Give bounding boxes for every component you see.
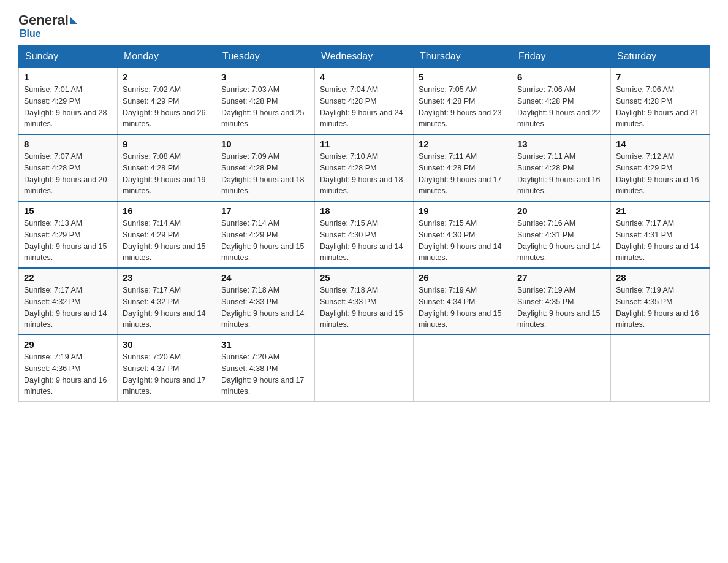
day-info: Sunrise: 7:08 AM Sunset: 4:28 PM Dayligh… — [123, 151, 211, 197]
sunrise-time: Sunrise: 7:09 AM — [221, 152, 279, 161]
calendar-cell: 12 Sunrise: 7:11 AM Sunset: 4:28 PM Dayl… — [414, 134, 512, 201]
daylight-duration: Daylight: 9 hours and 25 minutes. — [221, 109, 305, 129]
day-number: 30 — [123, 339, 211, 350]
calendar-cell: 1 Sunrise: 7:01 AM Sunset: 4:29 PM Dayli… — [19, 67, 118, 134]
day-info: Sunrise: 7:20 AM Sunset: 4:37 PM Dayligh… — [123, 351, 211, 397]
weekday-header-sunday: Sunday — [19, 46, 118, 68]
calendar-cell: 18 Sunrise: 7:15 AM Sunset: 4:30 PM Dayl… — [315, 201, 414, 268]
daylight-duration: Daylight: 9 hours and 22 minutes. — [517, 109, 601, 129]
sunset-time: Sunset: 4:35 PM — [616, 297, 672, 306]
sunset-time: Sunset: 4:36 PM — [24, 364, 80, 373]
sunrise-time: Sunrise: 7:08 AM — [123, 152, 181, 161]
calendar-cell: 28 Sunrise: 7:19 AM Sunset: 4:35 PM Dayl… — [611, 268, 710, 335]
calendar-cell: 25 Sunrise: 7:18 AM Sunset: 4:33 PM Dayl… — [315, 268, 414, 335]
day-info: Sunrise: 7:09 AM Sunset: 4:28 PM Dayligh… — [221, 151, 309, 197]
calendar-cell: 4 Sunrise: 7:04 AM Sunset: 4:28 PM Dayli… — [315, 67, 414, 134]
sunset-time: Sunset: 4:34 PM — [419, 297, 475, 306]
sunrise-time: Sunrise: 7:14 AM — [221, 219, 279, 228]
day-info: Sunrise: 7:03 AM Sunset: 4:28 PM Dayligh… — [221, 84, 309, 130]
weekday-header-tuesday: Tuesday — [216, 46, 315, 68]
daylight-duration: Daylight: 9 hours and 14 minutes. — [221, 309, 305, 329]
sunrise-time: Sunrise: 7:15 AM — [419, 219, 477, 228]
daylight-duration: Daylight: 9 hours and 26 minutes. — [123, 109, 206, 129]
calendar-cell: 15 Sunrise: 7:13 AM Sunset: 4:29 PM Dayl… — [19, 201, 118, 268]
weekday-header-row: SundayMondayTuesdayWednesdayThursdayFrid… — [19, 46, 710, 68]
calendar-cell: 14 Sunrise: 7:12 AM Sunset: 4:29 PM Dayl… — [611, 134, 710, 201]
calendar-cell: 27 Sunrise: 7:19 AM Sunset: 4:35 PM Dayl… — [512, 268, 611, 335]
calendar-cell: 19 Sunrise: 7:15 AM Sunset: 4:30 PM Dayl… — [414, 201, 512, 268]
day-number: 31 — [221, 339, 309, 350]
sunset-time: Sunset: 4:28 PM — [419, 97, 475, 105]
weekday-header-saturday: Saturday — [611, 46, 710, 68]
daylight-duration: Daylight: 9 hours and 14 minutes. — [616, 242, 699, 262]
calendar-cell: 21 Sunrise: 7:17 AM Sunset: 4:31 PM Dayl… — [611, 201, 710, 268]
calendar-week-1: 1 Sunrise: 7:01 AM Sunset: 4:29 PM Dayli… — [19, 67, 710, 134]
weekday-header-friday: Friday — [512, 46, 611, 68]
day-number: 20 — [517, 205, 605, 216]
day-number: 25 — [320, 272, 408, 283]
calendar-cell: 31 Sunrise: 7:20 AM Sunset: 4:38 PM Dayl… — [216, 335, 315, 402]
sunrise-time: Sunrise: 7:15 AM — [320, 219, 378, 228]
daylight-duration: Daylight: 9 hours and 19 minutes. — [123, 175, 206, 196]
sunrise-time: Sunrise: 7:17 AM — [123, 286, 181, 294]
sunrise-time: Sunrise: 7:02 AM — [123, 85, 181, 94]
logo-arrow-icon — [70, 17, 77, 24]
sunrise-time: Sunrise: 7:14 AM — [123, 219, 181, 228]
daylight-duration: Daylight: 9 hours and 14 minutes. — [419, 242, 502, 262]
daylight-duration: Daylight: 9 hours and 15 minutes. — [24, 242, 107, 262]
day-number: 3 — [221, 72, 309, 82]
day-number: 27 — [517, 272, 605, 283]
sunrise-time: Sunrise: 7:06 AM — [616, 85, 674, 94]
daylight-duration: Daylight: 9 hours and 20 minutes. — [24, 175, 107, 196]
calendar-cell: 8 Sunrise: 7:07 AM Sunset: 4:28 PM Dayli… — [19, 134, 118, 201]
sunset-time: Sunset: 4:28 PM — [221, 97, 278, 105]
sunset-time: Sunset: 4:28 PM — [517, 97, 574, 105]
sunrise-time: Sunrise: 7:13 AM — [24, 219, 82, 228]
calendar-cell: 29 Sunrise: 7:19 AM Sunset: 4:36 PM Dayl… — [19, 335, 118, 402]
calendar-cell: 11 Sunrise: 7:10 AM Sunset: 4:28 PM Dayl… — [315, 134, 414, 201]
daylight-duration: Daylight: 9 hours and 28 minutes. — [24, 109, 107, 129]
day-number: 8 — [24, 139, 112, 149]
calendar-cell: 22 Sunrise: 7:17 AM Sunset: 4:32 PM Dayl… — [19, 268, 118, 335]
calendar-week-3: 15 Sunrise: 7:13 AM Sunset: 4:29 PM Dayl… — [19, 201, 710, 268]
day-info: Sunrise: 7:20 AM Sunset: 4:38 PM Dayligh… — [221, 351, 309, 397]
sunset-time: Sunset: 4:32 PM — [24, 297, 80, 306]
day-number: 23 — [123, 272, 211, 283]
daylight-duration: Daylight: 9 hours and 16 minutes. — [616, 309, 699, 329]
day-info: Sunrise: 7:14 AM Sunset: 4:29 PM Dayligh… — [221, 218, 309, 264]
sunrise-time: Sunrise: 7:10 AM — [320, 152, 378, 161]
sunset-time: Sunset: 4:30 PM — [419, 231, 475, 239]
sunset-time: Sunset: 4:31 PM — [517, 231, 574, 239]
day-number: 1 — [24, 72, 112, 82]
day-number: 28 — [616, 272, 704, 283]
sunrise-time: Sunrise: 7:20 AM — [123, 353, 181, 361]
daylight-duration: Daylight: 9 hours and 17 minutes. — [123, 376, 206, 396]
sunrise-time: Sunrise: 7:18 AM — [221, 286, 279, 294]
calendar-cell: 3 Sunrise: 7:03 AM Sunset: 4:28 PM Dayli… — [216, 67, 315, 134]
day-info: Sunrise: 7:13 AM Sunset: 4:29 PM Dayligh… — [24, 218, 112, 264]
sunrise-time: Sunrise: 7:16 AM — [517, 219, 575, 228]
calendar-cell: 17 Sunrise: 7:14 AM Sunset: 4:29 PM Dayl… — [216, 201, 315, 268]
sunset-time: Sunset: 4:33 PM — [320, 297, 376, 306]
sunrise-time: Sunrise: 7:20 AM — [221, 353, 279, 361]
calendar-cell: 10 Sunrise: 7:09 AM Sunset: 4:28 PM Dayl… — [216, 134, 315, 201]
weekday-header-thursday: Thursday — [414, 46, 512, 68]
day-info: Sunrise: 7:04 AM Sunset: 4:28 PM Dayligh… — [320, 84, 408, 130]
calendar-cell: 13 Sunrise: 7:11 AM Sunset: 4:28 PM Dayl… — [512, 134, 611, 201]
sunset-time: Sunset: 4:29 PM — [24, 231, 80, 239]
day-info: Sunrise: 7:10 AM Sunset: 4:28 PM Dayligh… — [320, 151, 408, 197]
logo: General Blue — [18, 12, 78, 39]
daylight-duration: Daylight: 9 hours and 21 minutes. — [616, 109, 699, 129]
sunset-time: Sunset: 4:28 PM — [616, 97, 672, 105]
day-info: Sunrise: 7:16 AM Sunset: 4:31 PM Dayligh… — [517, 218, 605, 264]
day-number: 5 — [419, 72, 507, 82]
sunrise-time: Sunrise: 7:11 AM — [419, 152, 477, 161]
calendar-cell — [611, 335, 710, 402]
day-number: 9 — [123, 139, 211, 149]
calendar-cell — [315, 335, 414, 402]
daylight-duration: Daylight: 9 hours and 14 minutes. — [24, 309, 107, 329]
sunrise-time: Sunrise: 7:12 AM — [616, 152, 674, 161]
day-number: 11 — [320, 139, 408, 149]
day-info: Sunrise: 7:18 AM Sunset: 4:33 PM Dayligh… — [320, 285, 408, 331]
day-info: Sunrise: 7:15 AM Sunset: 4:30 PM Dayligh… — [320, 218, 408, 264]
